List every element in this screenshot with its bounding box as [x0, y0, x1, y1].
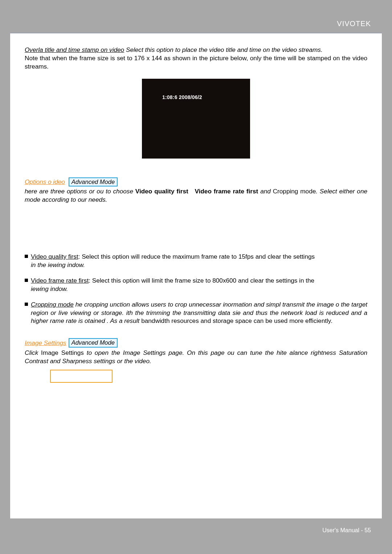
- bullet-icon: [25, 255, 28, 258]
- bullet1-tail: : Select this option will reduce the max…: [78, 253, 315, 260]
- document-page: VIVOTEK Overla title and time stamp on v…: [10, 11, 382, 543]
- footer-page-label: User's Manual - 55: [322, 527, 371, 534]
- bullet-cropping-mode: Cropping mode he cropping unction allows…: [25, 300, 367, 325]
- bullet2-tail: : Select this option will limit the fram…: [89, 277, 314, 284]
- image-settings-link[interactable]: Image Settings: [25, 339, 66, 347]
- options-desc-a: here are three options or ou to choose: [25, 188, 135, 195]
- options-vqf: Video quality first: [135, 188, 188, 195]
- footer-text: User's Manual -: [322, 527, 364, 533]
- video-preview: 1:08:6 2008/06/2: [142, 79, 250, 159]
- bullet2-italic: iewing indow.: [31, 285, 367, 293]
- overlay-note: Note that when the frame size is set to …: [25, 54, 367, 71]
- bullet2-head: Video frame rate first: [31, 277, 89, 284]
- content-area: Overla title and time stamp on video Sel…: [10, 33, 382, 383]
- bullet1-head: Video quality first: [31, 253, 78, 260]
- advanced-mode-badge: Advanced Mode: [69, 177, 118, 187]
- bullet1-italic: in the iewing indow.: [31, 261, 367, 269]
- options-crop: Cropping mode: [273, 188, 316, 195]
- overlay-body: Select this option to place the video ti…: [124, 46, 323, 53]
- image-settings-highlight-box: [50, 370, 113, 383]
- section-image-settings-heading: Image Settings Advanced Mode: [25, 338, 367, 348]
- options-of-video-link[interactable]: Options o ideo: [25, 178, 65, 186]
- options-vfrf: Video frame rate first: [195, 188, 258, 195]
- footer-bar: User's Manual - 55: [10, 518, 382, 543]
- bullet-icon: [25, 303, 28, 306]
- overlay-paragraph: Overla title and time stamp on video Sel…: [25, 46, 367, 54]
- image-settings-mid: Image Settings: [41, 349, 84, 356]
- bullet-video-quality-first: Video quality first: Select this option …: [25, 253, 367, 269]
- video-timestamp: 1:08:6 2008/06/2: [162, 94, 202, 101]
- bullet-video-framerate-first: Video frame rate first: Select this opti…: [25, 276, 367, 293]
- section-options-heading: Options o ideo Advanced Mode: [25, 177, 367, 187]
- bullet3-body2: . As a result: [105, 317, 139, 324]
- footer-page-number: 55: [364, 527, 371, 533]
- bullet3-plain: bandwidth resources and storage space ca…: [141, 317, 332, 324]
- spacer: [25, 204, 367, 250]
- bullet-icon: [25, 279, 28, 282]
- image-settings-pre: Click: [25, 349, 41, 356]
- overlay-heading: Overla title and time stamp on video: [25, 46, 124, 53]
- header-bar: VIVOTEK: [10, 11, 382, 33]
- options-description: here are three options or ou to choose V…: [25, 187, 367, 204]
- options-and: and: [260, 188, 273, 195]
- image-settings-description: Click Image Settings to open the Image S…: [25, 349, 367, 365]
- brand-label: VIVOTEK: [337, 20, 371, 28]
- options-bullet-list: Video quality first: Select this option …: [25, 253, 367, 325]
- advanced-mode-badge: Advanced Mode: [69, 338, 118, 348]
- bullet3-head: Cropping mode: [31, 301, 74, 308]
